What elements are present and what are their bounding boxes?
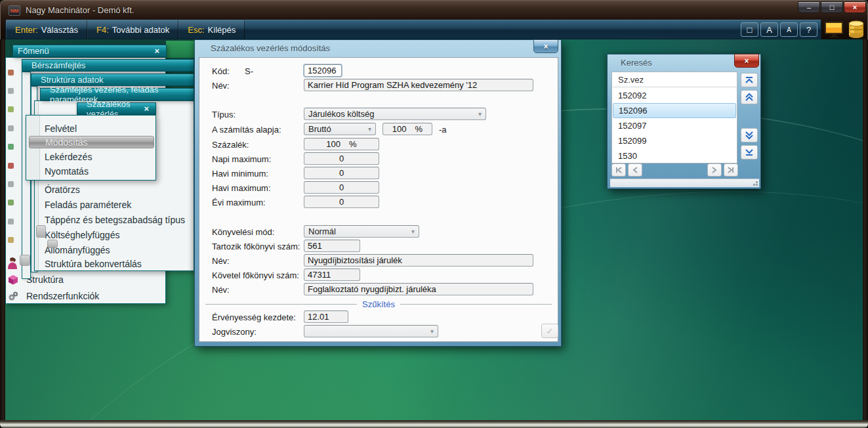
- kovetel-nev-input[interactable]: [304, 283, 533, 295]
- menu-fragment: [36, 225, 46, 238]
- konyvelesi-value: Normál: [308, 226, 336, 236]
- menu-item-tappenz[interactable]: Táppénz és betegszabadság típus: [45, 215, 185, 225]
- szazalek-input[interactable]: 100 %: [304, 138, 379, 150]
- monitor-icon[interactable]: [824, 21, 844, 38]
- desktop-area: Struktúra Rendszerfunkciók Óratörzs Fela…: [5, 39, 863, 420]
- hint-f4[interactable]: F4: További adatok: [87, 20, 178, 39]
- help-icon: ?: [806, 25, 811, 35]
- szazalek-label: Százalék:: [212, 140, 249, 150]
- list-item[interactable]: 152099: [613, 133, 736, 148]
- tartozik-input[interactable]: [304, 240, 360, 252]
- resize-grip[interactable]: [756, 184, 758, 186]
- search-close-button[interactable]: ×: [734, 54, 759, 68]
- kovetel-nev-label: Név:: [212, 285, 230, 295]
- menu-header-fomenu[interactable]: Főmenü ×: [12, 45, 167, 57]
- scroll-to-bottom-button[interactable]: [741, 145, 758, 160]
- menu-icon-fragment: [8, 163, 14, 169]
- kod-label: Kód:: [212, 66, 230, 76]
- list-item[interactable]: 152097: [613, 118, 736, 133]
- menu-item-lekerdezes[interactable]: Lekérdezés: [45, 152, 92, 162]
- menu-header-berszamfejtes[interactable]: Bérszámfejtés: [22, 59, 194, 72]
- nev-input[interactable]: [304, 79, 533, 91]
- list-item[interactable]: 1530: [613, 148, 736, 163]
- person-icon: [7, 257, 18, 270]
- alap-dropdown[interactable]: Bruttó ▾: [304, 123, 376, 135]
- window-frame-left: [0, 39, 5, 420]
- next-record-button[interactable]: [707, 163, 722, 177]
- hint-enter[interactable]: Enter: Választás: [6, 20, 87, 39]
- minimize-button[interactable]: –: [798, 1, 820, 13]
- hint-esc-label: Kilépés: [208, 25, 236, 35]
- alap-percent-input[interactable]: 100 %: [382, 123, 432, 135]
- window-mode-button[interactable]: □: [741, 22, 758, 37]
- hint-esc[interactable]: Esc: Kilépés: [178, 20, 245, 39]
- menu-item-struktura-bekonvertalas[interactable]: Struktúra bekonvertálás: [45, 259, 142, 269]
- menu-icon-fragment: [8, 181, 14, 187]
- close-icon[interactable]: ×: [142, 104, 151, 113]
- double-chevron-down-icon: [745, 131, 754, 140]
- close-icon[interactable]: ×: [152, 47, 161, 55]
- database-icon[interactable]: [848, 20, 865, 39]
- close-button[interactable]: ×: [844, 1, 866, 13]
- menu-icon-fragment: [8, 144, 14, 150]
- last-record-button[interactable]: [724, 163, 738, 177]
- page-down-button[interactable]: [741, 128, 758, 142]
- tipus-label: Típus:: [212, 110, 236, 119]
- menu-item-koltseghelyfugges[interactable]: Költséghelyfüggés: [45, 230, 119, 240]
- menu-item-felvetel[interactable]: Felvétel: [45, 123, 77, 134]
- confirm-button[interactable]: ✓: [541, 324, 558, 338]
- scroll-to-top-button[interactable]: [741, 73, 758, 87]
- font-smaller-button[interactable]: A: [780, 22, 798, 37]
- list-column-header: Sz.vez: [613, 72, 736, 87]
- restore-button[interactable]: □: [821, 1, 843, 13]
- menu-item-feladas-parameterek[interactable]: Feladás paraméterek: [45, 200, 131, 210]
- percent-unit: %: [415, 124, 423, 134]
- page-up-button[interactable]: [741, 90, 758, 104]
- font-large-icon: A: [766, 25, 772, 35]
- dialog-close-button[interactable]: ×: [533, 39, 558, 53]
- menu-header-szazalekos-vezerles[interactable]: Százalékos vezérlés ×: [77, 102, 156, 115]
- dropdown-arrow-icon: ▾: [478, 110, 482, 118]
- szazalek-value: 100: [326, 139, 341, 149]
- search-result-list: Sz.vez 152092 152096 152097 152099 1530: [611, 72, 737, 163]
- kod-prefix: S-: [245, 66, 253, 76]
- nev-label: Név:: [212, 81, 230, 91]
- evi-max-input[interactable]: [304, 196, 379, 208]
- menu-item-oratorzs[interactable]: Óratörzs: [45, 184, 80, 195]
- search-title: Keresés: [621, 58, 652, 68]
- tartozik-label: Tartozik főkönyvi szám:: [212, 242, 300, 251]
- napi-max-input[interactable]: [304, 152, 379, 165]
- first-record-button[interactable]: [611, 163, 626, 177]
- kovetel-input[interactable]: [304, 268, 360, 281]
- napi-max-label: Napi maximum:: [212, 154, 271, 164]
- tartozik-nev-label: Név:: [212, 256, 230, 266]
- font-larger-button[interactable]: A: [760, 22, 778, 37]
- chevron-left-icon: [632, 167, 638, 173]
- szazalekos-panel: Felvétel Módosítás Lekérdezés Nyomtatás: [26, 115, 156, 181]
- kod-input[interactable]: [304, 64, 342, 77]
- list-item-selected[interactable]: 152096: [613, 103, 736, 118]
- dropdown-arrow-icon: ▾: [368, 125, 371, 133]
- app-icon: NM: [9, 5, 20, 16]
- tipus-dropdown[interactable]: Járulékos költség ▾: [304, 108, 486, 120]
- evi-max-label: Évi maximum:: [212, 198, 266, 207]
- menu-item-modositas-selected[interactable]: Módosítás: [29, 136, 154, 148]
- havi-max-input[interactable]: [304, 181, 379, 194]
- font-small-icon: A: [787, 26, 791, 33]
- percent-unit: %: [349, 139, 357, 149]
- hint-esc-key: Esc:: [188, 25, 204, 35]
- menu-item-nyomtatas[interactable]: Nyomtatás: [45, 166, 89, 177]
- tartozik-nev-input[interactable]: [304, 254, 533, 267]
- menu-item-label: Struktúra: [26, 274, 64, 285]
- list-item[interactable]: 152092: [613, 88, 736, 103]
- konyvelesi-dropdown[interactable]: Normál ▾: [304, 225, 419, 238]
- gears-icon: [8, 291, 18, 301]
- toolbar-button-group: □ A A ?: [741, 20, 821, 39]
- jogviszony-dropdown[interactable]: ▾: [304, 325, 438, 337]
- ervenyesseg-input[interactable]: [304, 310, 348, 323]
- havi-min-input[interactable]: [304, 167, 379, 179]
- menu-item-rendszerfunkciok[interactable]: Rendszerfunkciók: [20, 291, 99, 301]
- chevron-last-icon: [727, 167, 735, 173]
- help-button[interactable]: ?: [800, 22, 817, 37]
- previous-record-button[interactable]: [628, 163, 642, 177]
